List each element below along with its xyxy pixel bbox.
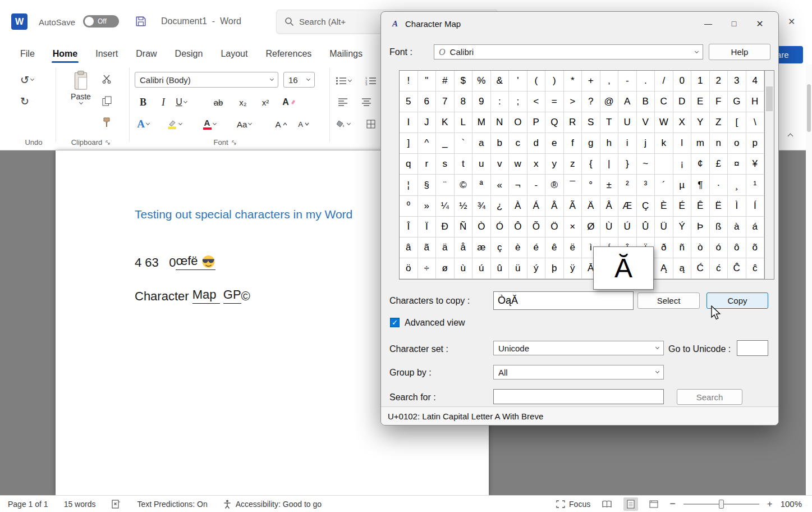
accessibility-status[interactable]: Accessibility: Good to go <box>223 500 322 509</box>
charmap-cell[interactable]: ä <box>436 237 455 258</box>
charmap-cell[interactable]: ² <box>618 175 637 195</box>
charmap-cell[interactable]: Ï <box>418 217 437 237</box>
charmap-cell[interactable]: 3 <box>728 71 746 92</box>
charmap-cell[interactable]: Y <box>691 112 710 133</box>
charmap-cell[interactable]: Û <box>637 217 655 237</box>
charmap-cell[interactable]: à <box>728 217 746 237</box>
charmap-cell[interactable]: t <box>455 154 473 175</box>
italic-button[interactable]: I <box>156 93 171 111</box>
charmap-cell[interactable]: ÷ <box>418 258 437 279</box>
read-mode-button[interactable] <box>598 498 616 510</box>
charmap-cell[interactable]: Ê <box>691 196 710 217</box>
charmap-cell[interactable]: + <box>582 71 600 92</box>
charmap-cell[interactable]: Í <box>746 196 765 217</box>
charmap-cell[interactable]: - <box>618 71 637 92</box>
charmap-cell[interactable]: ´ <box>655 175 673 195</box>
charmap-cell[interactable]: ³ <box>637 175 655 195</box>
charmap-cell[interactable]: } <box>618 154 637 175</box>
web-layout-button[interactable] <box>646 498 662 510</box>
autosave-toggle[interactable]: Off <box>83 15 119 28</box>
charmap-cell[interactable]: N <box>491 112 510 133</box>
charmap-cell[interactable]: © <box>455 175 473 195</box>
grow-font-button[interactable]: A <box>274 115 288 133</box>
cut-button[interactable] <box>102 75 111 84</box>
charmap-cell[interactable]: ô <box>728 237 746 258</box>
charmap-cell[interactable]: Ù <box>600 217 619 237</box>
text-effects-button[interactable]: A <box>136 115 150 133</box>
charmap-cell[interactable]: Ò <box>472 217 491 237</box>
charmap-cell[interactable]: Ã <box>564 196 582 217</box>
tab-references[interactable]: References <box>261 46 316 65</box>
charmap-cell[interactable]: ú <box>472 258 491 279</box>
charmap-cell[interactable]: o <box>728 133 746 154</box>
charmap-cell[interactable]: £ <box>710 154 728 175</box>
charmap-cell[interactable]: õ <box>746 237 765 258</box>
charmap-cell[interactable]: ¡ <box>673 154 692 175</box>
borders-button[interactable] <box>364 115 378 133</box>
format-painter-button[interactable] <box>102 117 111 127</box>
charmap-cell[interactable]: ; <box>509 92 527 112</box>
charmap-scrollbar[interactable] <box>765 70 774 280</box>
charmap-cell[interactable]: ¬ <box>509 175 527 195</box>
charmap-cell[interactable]: È <box>655 196 673 217</box>
font-name-combo[interactable]: Calibri (Body) <box>135 72 278 88</box>
charmap-cell[interactable]: q <box>400 154 418 175</box>
charmap-cell[interactable]: $ <box>455 71 473 92</box>
charmap-cell[interactable]: Â <box>545 196 564 217</box>
underline-dropdown-icon[interactable] <box>183 99 187 103</box>
charmap-cell[interactable]: ü <box>509 258 527 279</box>
charmap-cell[interactable]: Ä <box>582 196 600 217</box>
proofing-icon[interactable] <box>111 500 121 509</box>
collapse-ribbon-button[interactable] <box>788 132 792 138</box>
document-scrollbar-thumb[interactable] <box>807 84 811 132</box>
charmap-cell[interactable]: ® <box>545 175 564 195</box>
align-left-button[interactable] <box>336 93 350 111</box>
charmap-cell[interactable]: c <box>509 133 527 154</box>
word-logo[interactable]: W <box>11 13 27 30</box>
charmap-cell[interactable]: ¥ <box>746 154 765 175</box>
charmap-cell[interactable]: Ø <box>582 217 600 237</box>
charmap-cell[interactable]: ] <box>400 133 418 154</box>
charmap-cell[interactable]: ø <box>436 258 455 279</box>
charmap-cell[interactable]: ò <box>691 237 710 258</box>
charmap-font-combo[interactable]: O Calibri <box>434 44 703 60</box>
magnified-char-popup[interactable]: Ă <box>593 246 654 290</box>
charmap-cell[interactable]: > <box>564 92 582 112</box>
charmap-cell[interactable]: h <box>600 133 619 154</box>
font-name-dropdown-icon[interactable] <box>270 77 274 81</box>
charmap-cell[interactable]: « <box>491 175 510 195</box>
charmap-cell[interactable]: @ <box>600 92 619 112</box>
charmap-cell[interactable]: ß <box>710 217 728 237</box>
paste-button[interactable]: Paste <box>66 70 95 133</box>
bullets-dropdown-icon[interactable] <box>348 78 352 82</box>
charmap-cell[interactable]: | <box>600 154 619 175</box>
charmap-cell[interactable]: û <box>491 258 510 279</box>
charmap-cell[interactable]: ć <box>710 258 728 279</box>
charmap-cell[interactable]: E <box>691 92 710 112</box>
charmap-cell[interactable]: ã <box>418 237 437 258</box>
charmap-cell[interactable]: ¹ <box>746 175 765 195</box>
charmap-cell[interactable]: ¶ <box>691 175 710 195</box>
charmap-cell[interactable]: À <box>509 196 527 217</box>
bold-button[interactable]: B <box>136 93 150 111</box>
charmap-cell[interactable]: ª <box>472 175 491 195</box>
charmap-cell[interactable]: 0 <box>673 71 692 92</box>
charmap-cell[interactable]: ñ <box>673 237 692 258</box>
charmap-cell[interactable]: Ç <box>637 196 655 217</box>
charmap-cell[interactable]: T <box>600 112 619 133</box>
group-by-chevron-icon[interactable] <box>655 369 659 373</box>
charmap-cell[interactable]: É <box>673 196 692 217</box>
charmap-cell[interactable]: a <box>472 133 491 154</box>
help-button[interactable]: Help <box>709 44 770 60</box>
shading-dropdown-icon[interactable] <box>347 121 351 125</box>
charmap-cell[interactable]: _ <box>436 133 455 154</box>
charmap-cell[interactable]: ? <box>582 92 600 112</box>
charmap-cell[interactable]: - <box>527 175 546 195</box>
charmap-cell[interactable]: Å <box>600 196 619 217</box>
charmap-cell[interactable]: g <box>582 133 600 154</box>
charmap-cell[interactable]: J <box>418 112 437 133</box>
charmap-cell[interactable]: f <box>564 133 582 154</box>
charmap-cell[interactable]: Q <box>545 112 564 133</box>
charmap-scrollbar-thumb[interactable] <box>766 86 773 111</box>
charmap-cell[interactable]: § <box>418 175 437 195</box>
